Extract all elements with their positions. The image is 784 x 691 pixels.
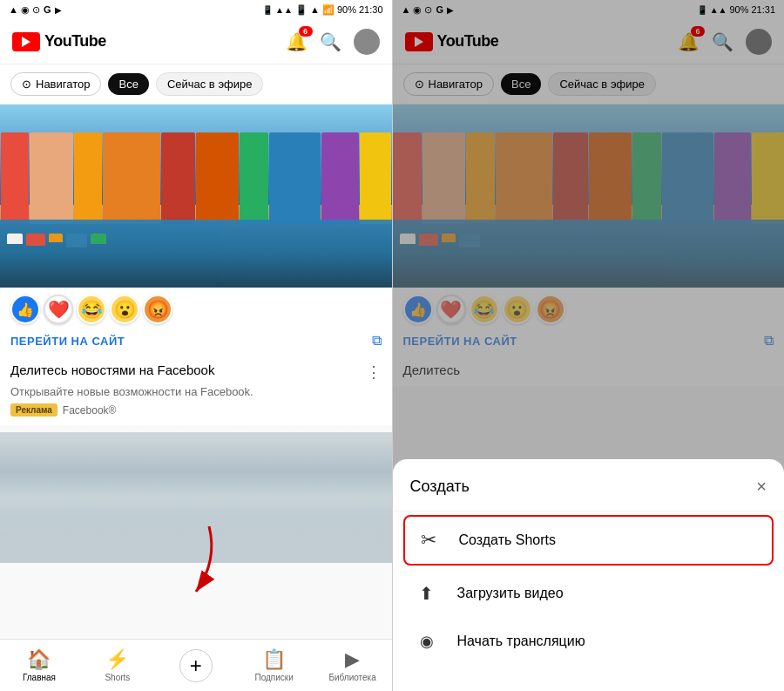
modal-header: Создать × bbox=[393, 477, 785, 511]
modal-title: Создать bbox=[410, 478, 470, 496]
ad-image bbox=[0, 105, 392, 288]
g-icon: G bbox=[44, 4, 51, 15]
create-shorts-item[interactable]: ✂ Создать Shorts bbox=[403, 515, 774, 566]
compass-icon: ⊙ bbox=[22, 78, 31, 91]
emoji-row: 👍 ❤️ 😂 😮 😡 bbox=[0, 288, 392, 329]
modal-overlay: Создать × ✂ Создать Shorts ⬆ Загрузить в… bbox=[393, 0, 785, 691]
modal-close-button[interactable]: × bbox=[756, 477, 767, 497]
ad-link-text[interactable]: ПЕРЕЙТИ НА САЙТ bbox=[10, 335, 125, 348]
ad-description: Открывайте новые возможности на Facebook… bbox=[10, 385, 382, 398]
play-icon: ▶ bbox=[55, 5, 62, 15]
notification-bell[interactable]: 🔔 6 bbox=[286, 31, 308, 52]
haha-emoji[interactable]: 😂 bbox=[77, 295, 106, 324]
home-icon: 🏠 bbox=[27, 648, 51, 671]
youtube-logo: YouTube bbox=[12, 32, 106, 51]
home-label: Главная bbox=[23, 673, 56, 682]
wifi-icon: ▲▲ bbox=[275, 5, 293, 15]
search-icon[interactable]: 🔍 bbox=[320, 31, 341, 52]
ad-info: Делитесь новостями на Facebook ⋮ Открыва… bbox=[0, 356, 392, 425]
battery-icon: 📱 bbox=[262, 5, 273, 15]
filter-bar-left: ⊙ Навигатор Все Сейчас в эфире bbox=[0, 64, 392, 105]
right-phone-panel: ▲ ◉ ⊙ G ▶ 📱 ▲▲ 90% 21:31 YouTube 🔔 6 bbox=[393, 0, 785, 691]
youtube-header-left: YouTube 🔔 6 🔍 bbox=[0, 19, 392, 64]
start-broadcast-item[interactable]: ◉ Начать трансляцию bbox=[393, 618, 785, 665]
ad-link-row: ПЕРЕЙТИ НА САЙТ ⧉ bbox=[0, 329, 392, 356]
subscriptions-label: Подписки bbox=[255, 673, 294, 682]
ad-title: Делитесь новостями на Facebook bbox=[10, 362, 359, 377]
content-area-left: 👍 ❤️ 😂 😮 😡 ПЕРЕЙТИ НА САЙТ ⧉ Делитесь но… bbox=[0, 105, 392, 639]
avatar[interactable] bbox=[354, 29, 380, 55]
scissors-icon: ✂ bbox=[416, 529, 442, 552]
live-filter[interactable]: Сейчас в эфире bbox=[156, 72, 264, 96]
heart-emoji[interactable]: ❤️ bbox=[44, 295, 73, 324]
create-shorts-label: Создать Shorts bbox=[459, 532, 557, 548]
ad-title-row: Делитесь новостями на Facebook ⋮ bbox=[10, 362, 382, 382]
status-bar-right-icons: 📱 ▲▲ 📱 ▲ 📶 90% 21:30 bbox=[262, 4, 382, 16]
subscriptions-icon: 📋 bbox=[262, 648, 286, 671]
library-label: Библиотека bbox=[328, 673, 375, 682]
yt-logo-icon bbox=[12, 32, 40, 51]
upload-video-label: Загрузить видео bbox=[457, 586, 564, 601]
left-phone-panel: ▲ ◉ ⊙ G ▶ 📱 ▲▲ 📱 ▲ 📶 90% 21:30 YouTube 🔔… bbox=[0, 0, 392, 691]
status-bar-left: ▲ ◉ ⊙ G ▶ 📱 ▲▲ 📱 ▲ 📶 90% 21:30 bbox=[0, 0, 392, 19]
nav-subscriptions[interactable]: 📋 Подписки bbox=[235, 648, 314, 682]
ad-badge-row: Реклама Facebook® bbox=[10, 403, 382, 417]
library-icon: ▶ bbox=[345, 648, 360, 671]
ad-card: 👍 ❤️ 😂 😮 😡 ПЕРЕЙТИ НА САЙТ ⧉ Делитесь но… bbox=[0, 105, 392, 425]
external-link-icon[interactable]: ⧉ bbox=[372, 333, 382, 349]
status-bar-left-icons: ▲ ◉ ⊙ G ▶ bbox=[9, 4, 62, 16]
nav-shorts[interactable]: ⚡ Shorts bbox=[78, 648, 157, 682]
navigator-filter[interactable]: ⊙ Навигатор bbox=[10, 72, 101, 96]
battery-percent: 📱 ▲ 📶 90% bbox=[295, 4, 356, 16]
create-modal-sheet: Создать × ✂ Создать Shorts ⬆ Загрузить в… bbox=[393, 459, 785, 691]
bell-badge: 6 bbox=[299, 26, 313, 37]
upload-icon: ⬆ bbox=[414, 583, 440, 604]
ad-more-button[interactable]: ⋮ bbox=[366, 362, 382, 382]
nav-home[interactable]: 🏠 Главная bbox=[0, 648, 78, 682]
wow-emoji[interactable]: 😮 bbox=[110, 295, 139, 324]
angry-emoji[interactable]: 😡 bbox=[143, 295, 172, 324]
bottom-nav-left: 🏠 Главная ⚡ Shorts + 📋 Подписки ▶ Библио… bbox=[0, 639, 392, 691]
nav-create[interactable]: + bbox=[157, 649, 235, 682]
upload-video-item[interactable]: ⬆ Загрузить видео bbox=[393, 569, 785, 618]
nav-library[interactable]: ▶ Библиотека bbox=[314, 648, 392, 682]
shorts-icon: ⚡ bbox=[105, 648, 129, 671]
ad-badge: Реклама bbox=[10, 403, 57, 417]
broadcast-icon: ◉ bbox=[414, 632, 440, 651]
time-left: 21:30 bbox=[359, 4, 383, 15]
create-button[interactable]: + bbox=[179, 649, 213, 682]
video-thumbnail[interactable] bbox=[0, 432, 392, 563]
like-emoji[interactable]: 👍 bbox=[10, 295, 40, 324]
header-actions: 🔔 6 🔍 bbox=[286, 29, 380, 55]
start-broadcast-label: Начать трансляцию bbox=[457, 633, 585, 649]
ad-brand: Facebook® bbox=[63, 404, 117, 417]
shorts-label: Shorts bbox=[105, 673, 130, 682]
signal-icons: ▲ ◉ ⊙ bbox=[9, 4, 40, 16]
all-filter[interactable]: Все bbox=[108, 73, 148, 95]
yt-logo-text: YouTube bbox=[44, 32, 106, 51]
